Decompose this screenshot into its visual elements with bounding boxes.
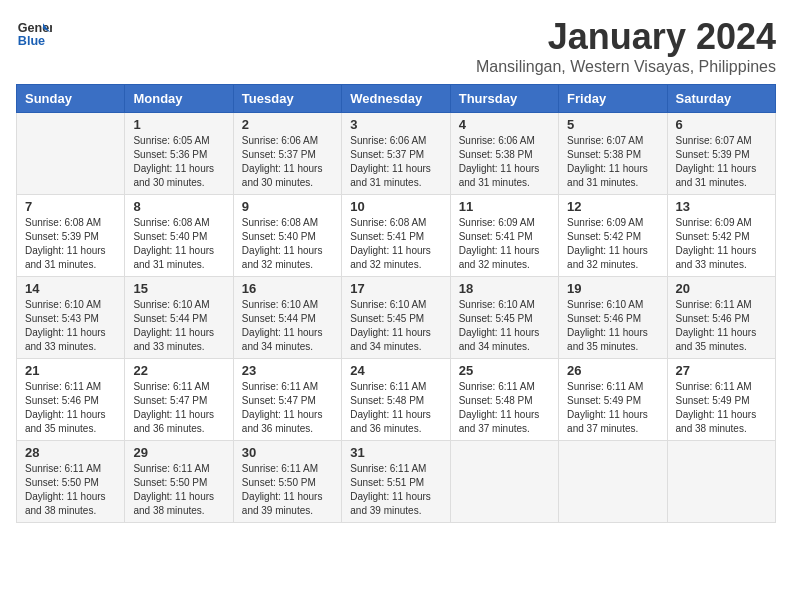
day-info: Sunrise: 6:09 AMSunset: 5:41 PMDaylight:…	[459, 216, 550, 272]
day-number: 21	[25, 363, 116, 378]
day-info: Sunrise: 6:07 AMSunset: 5:38 PMDaylight:…	[567, 134, 658, 190]
day-number: 24	[350, 363, 441, 378]
page-header: General Blue January 2024 Mansilingan, W…	[16, 16, 776, 76]
day-info: Sunrise: 6:08 AMSunset: 5:39 PMDaylight:…	[25, 216, 116, 272]
weekday-header-thursday: Thursday	[450, 85, 558, 113]
calendar-cell: 30Sunrise: 6:11 AMSunset: 5:50 PMDayligh…	[233, 441, 341, 523]
day-number: 26	[567, 363, 658, 378]
calendar-week-1: 1Sunrise: 6:05 AMSunset: 5:36 PMDaylight…	[17, 113, 776, 195]
calendar-cell: 4Sunrise: 6:06 AMSunset: 5:38 PMDaylight…	[450, 113, 558, 195]
calendar-cell	[17, 113, 125, 195]
calendar-cell: 19Sunrise: 6:10 AMSunset: 5:46 PMDayligh…	[559, 277, 667, 359]
calendar-cell: 5Sunrise: 6:07 AMSunset: 5:38 PMDaylight…	[559, 113, 667, 195]
day-number: 2	[242, 117, 333, 132]
calendar-cell: 1Sunrise: 6:05 AMSunset: 5:36 PMDaylight…	[125, 113, 233, 195]
calendar-cell: 16Sunrise: 6:10 AMSunset: 5:44 PMDayligh…	[233, 277, 341, 359]
day-number: 9	[242, 199, 333, 214]
day-number: 25	[459, 363, 550, 378]
calendar-cell: 17Sunrise: 6:10 AMSunset: 5:45 PMDayligh…	[342, 277, 450, 359]
day-info: Sunrise: 6:10 AMSunset: 5:43 PMDaylight:…	[25, 298, 116, 354]
day-info: Sunrise: 6:05 AMSunset: 5:36 PMDaylight:…	[133, 134, 224, 190]
day-number: 12	[567, 199, 658, 214]
day-info: Sunrise: 6:10 AMSunset: 5:44 PMDaylight:…	[133, 298, 224, 354]
calendar-cell	[667, 441, 775, 523]
day-info: Sunrise: 6:10 AMSunset: 5:45 PMDaylight:…	[459, 298, 550, 354]
calendar-header: SundayMondayTuesdayWednesdayThursdayFrid…	[17, 85, 776, 113]
day-info: Sunrise: 6:09 AMSunset: 5:42 PMDaylight:…	[567, 216, 658, 272]
day-number: 29	[133, 445, 224, 460]
day-number: 27	[676, 363, 767, 378]
day-info: Sunrise: 6:06 AMSunset: 5:37 PMDaylight:…	[242, 134, 333, 190]
calendar-cell: 31Sunrise: 6:11 AMSunset: 5:51 PMDayligh…	[342, 441, 450, 523]
day-number: 15	[133, 281, 224, 296]
day-number: 6	[676, 117, 767, 132]
calendar-cell: 27Sunrise: 6:11 AMSunset: 5:49 PMDayligh…	[667, 359, 775, 441]
calendar-cell: 26Sunrise: 6:11 AMSunset: 5:49 PMDayligh…	[559, 359, 667, 441]
calendar-week-2: 7Sunrise: 6:08 AMSunset: 5:39 PMDaylight…	[17, 195, 776, 277]
calendar-cell: 22Sunrise: 6:11 AMSunset: 5:47 PMDayligh…	[125, 359, 233, 441]
day-number: 30	[242, 445, 333, 460]
calendar-cell	[450, 441, 558, 523]
day-number: 31	[350, 445, 441, 460]
day-number: 5	[567, 117, 658, 132]
calendar-subtitle: Mansilingan, Western Visayas, Philippine…	[476, 58, 776, 76]
day-number: 1	[133, 117, 224, 132]
weekday-header-sunday: Sunday	[17, 85, 125, 113]
day-info: Sunrise: 6:08 AMSunset: 5:40 PMDaylight:…	[133, 216, 224, 272]
day-info: Sunrise: 6:11 AMSunset: 5:48 PMDaylight:…	[350, 380, 441, 436]
day-number: 11	[459, 199, 550, 214]
day-number: 13	[676, 199, 767, 214]
calendar-cell: 25Sunrise: 6:11 AMSunset: 5:48 PMDayligh…	[450, 359, 558, 441]
calendar-cell: 23Sunrise: 6:11 AMSunset: 5:47 PMDayligh…	[233, 359, 341, 441]
day-info: Sunrise: 6:11 AMSunset: 5:50 PMDaylight:…	[242, 462, 333, 518]
logo: General Blue	[16, 16, 52, 52]
day-info: Sunrise: 6:07 AMSunset: 5:39 PMDaylight:…	[676, 134, 767, 190]
calendar-week-5: 28Sunrise: 6:11 AMSunset: 5:50 PMDayligh…	[17, 441, 776, 523]
calendar-cell: 6Sunrise: 6:07 AMSunset: 5:39 PMDaylight…	[667, 113, 775, 195]
day-number: 19	[567, 281, 658, 296]
day-info: Sunrise: 6:08 AMSunset: 5:40 PMDaylight:…	[242, 216, 333, 272]
calendar-cell: 24Sunrise: 6:11 AMSunset: 5:48 PMDayligh…	[342, 359, 450, 441]
day-number: 17	[350, 281, 441, 296]
calendar-cell: 3Sunrise: 6:06 AMSunset: 5:37 PMDaylight…	[342, 113, 450, 195]
day-number: 4	[459, 117, 550, 132]
weekday-header-saturday: Saturday	[667, 85, 775, 113]
day-info: Sunrise: 6:11 AMSunset: 5:50 PMDaylight:…	[25, 462, 116, 518]
day-number: 22	[133, 363, 224, 378]
day-number: 16	[242, 281, 333, 296]
day-info: Sunrise: 6:11 AMSunset: 5:49 PMDaylight:…	[676, 380, 767, 436]
day-number: 28	[25, 445, 116, 460]
day-info: Sunrise: 6:11 AMSunset: 5:46 PMDaylight:…	[676, 298, 767, 354]
calendar-cell: 20Sunrise: 6:11 AMSunset: 5:46 PMDayligh…	[667, 277, 775, 359]
calendar-cell: 18Sunrise: 6:10 AMSunset: 5:45 PMDayligh…	[450, 277, 558, 359]
day-number: 7	[25, 199, 116, 214]
calendar-cell: 7Sunrise: 6:08 AMSunset: 5:39 PMDaylight…	[17, 195, 125, 277]
calendar-cell: 28Sunrise: 6:11 AMSunset: 5:50 PMDayligh…	[17, 441, 125, 523]
calendar-cell: 2Sunrise: 6:06 AMSunset: 5:37 PMDaylight…	[233, 113, 341, 195]
calendar-cell: 11Sunrise: 6:09 AMSunset: 5:41 PMDayligh…	[450, 195, 558, 277]
calendar-table: SundayMondayTuesdayWednesdayThursdayFrid…	[16, 84, 776, 523]
calendar-cell: 14Sunrise: 6:10 AMSunset: 5:43 PMDayligh…	[17, 277, 125, 359]
calendar-cell: 12Sunrise: 6:09 AMSunset: 5:42 PMDayligh…	[559, 195, 667, 277]
weekday-header-row: SundayMondayTuesdayWednesdayThursdayFrid…	[17, 85, 776, 113]
calendar-cell: 15Sunrise: 6:10 AMSunset: 5:44 PMDayligh…	[125, 277, 233, 359]
calendar-title: January 2024	[476, 16, 776, 58]
day-info: Sunrise: 6:11 AMSunset: 5:50 PMDaylight:…	[133, 462, 224, 518]
weekday-header-tuesday: Tuesday	[233, 85, 341, 113]
weekday-header-wednesday: Wednesday	[342, 85, 450, 113]
calendar-cell: 8Sunrise: 6:08 AMSunset: 5:40 PMDaylight…	[125, 195, 233, 277]
day-info: Sunrise: 6:08 AMSunset: 5:41 PMDaylight:…	[350, 216, 441, 272]
day-info: Sunrise: 6:06 AMSunset: 5:38 PMDaylight:…	[459, 134, 550, 190]
day-number: 3	[350, 117, 441, 132]
day-number: 20	[676, 281, 767, 296]
day-number: 18	[459, 281, 550, 296]
calendar-body: 1Sunrise: 6:05 AMSunset: 5:36 PMDaylight…	[17, 113, 776, 523]
title-section: January 2024 Mansilingan, Western Visaya…	[476, 16, 776, 76]
day-info: Sunrise: 6:06 AMSunset: 5:37 PMDaylight:…	[350, 134, 441, 190]
calendar-cell: 9Sunrise: 6:08 AMSunset: 5:40 PMDaylight…	[233, 195, 341, 277]
svg-text:Blue: Blue	[18, 34, 45, 48]
calendar-week-4: 21Sunrise: 6:11 AMSunset: 5:46 PMDayligh…	[17, 359, 776, 441]
calendar-cell: 21Sunrise: 6:11 AMSunset: 5:46 PMDayligh…	[17, 359, 125, 441]
day-number: 14	[25, 281, 116, 296]
calendar-cell: 10Sunrise: 6:08 AMSunset: 5:41 PMDayligh…	[342, 195, 450, 277]
